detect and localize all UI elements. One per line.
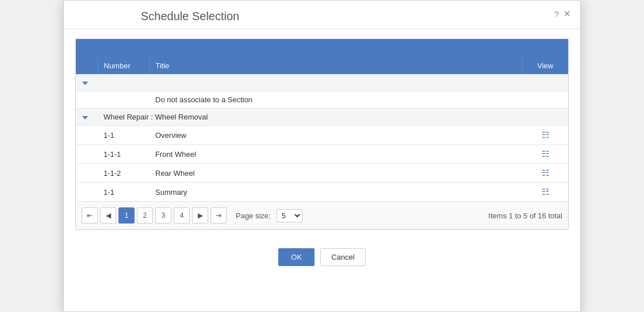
row-checkbox-cell	[76, 126, 98, 145]
group2-expand-arrow[interactable]	[76, 109, 98, 126]
group1-header-label	[98, 74, 568, 91]
first-page-button[interactable]: ⇤	[82, 207, 98, 224]
row-number: 1-1	[98, 183, 150, 202]
cancel-button[interactable]: Cancel	[320, 248, 365, 266]
group1-header-row	[76, 74, 568, 91]
row-number	[98, 91, 150, 109]
prev-page-button[interactable]: ◀	[100, 207, 116, 224]
page-size-label: Page size:	[236, 211, 271, 220]
col-header-view: View	[522, 57, 568, 74]
row-checkbox-cell	[76, 164, 98, 183]
table-row: 1-1-1 Front Wheel ☷	[76, 145, 568, 164]
next-page-button[interactable]: ▶	[192, 207, 208, 224]
header-icons: ? ✕	[554, 9, 571, 19]
row-checkbox-cell	[76, 145, 98, 164]
row-number: 1-1-2	[98, 164, 150, 183]
row-title[interactable]: Front Wheel	[150, 145, 522, 164]
data-table-wrapper: Number Title View	[75, 38, 569, 230]
data-table: Number Title View	[76, 57, 568, 201]
row-title[interactable]: Do not associate to a Section	[150, 91, 522, 109]
modal-title: Schedule Selection	[141, 10, 239, 23]
arrow-down-icon	[82, 116, 88, 120]
row-title[interactable]: Overview	[150, 126, 522, 145]
col-header-title: Title	[150, 57, 522, 74]
row-view	[522, 91, 568, 109]
group1-expand-arrow[interactable]	[76, 74, 98, 91]
arrow-down-icon	[82, 82, 88, 85]
row-checkbox-cell	[76, 183, 98, 202]
page-size-select[interactable]: 5 10 20 50	[277, 209, 302, 222]
group2-header-label: Wheel Repair : Wheel Removal	[98, 109, 568, 126]
row-view[interactable]: ☷	[522, 183, 568, 202]
col-header-checkbox	[76, 57, 98, 74]
row-number: 1-1-1	[98, 145, 150, 164]
table-row: 1-1-2 Rear Wheel ☷	[76, 164, 568, 183]
last-page-button[interactable]: ⇥	[210, 207, 227, 224]
page-1-button[interactable]: 1	[118, 207, 135, 224]
table-row: 1-1 Summary ☷	[76, 183, 568, 202]
row-view[interactable]: ☷	[522, 126, 568, 145]
document-icon: ☷	[542, 187, 549, 197]
row-view[interactable]: ☷	[522, 145, 568, 164]
modal-header: Schedule Selection ? ✕	[64, 1, 580, 29]
document-icon: ☷	[542, 168, 549, 178]
page-4-button[interactable]: 4	[174, 207, 190, 224]
pagination-bar: ⇤ ◀ 1 2 3 4 ▶ ⇥ Page size: 5 10 20 50 It…	[76, 201, 568, 229]
table-top-bar	[76, 39, 568, 57]
schedule-selection-modal: Schedule Selection ? ✕ Number Title View	[63, 0, 581, 312]
close-icon[interactable]: ✕	[564, 9, 571, 19]
items-info: Items 1 to 5 of 16 total	[488, 211, 562, 220]
document-icon: ☷	[542, 130, 549, 140]
table-row: 1-1 Overview ☷	[76, 126, 568, 145]
row-number: 1-1	[98, 126, 150, 145]
row-view[interactable]: ☷	[522, 164, 568, 183]
page-2-button[interactable]: 2	[137, 207, 153, 224]
ok-button[interactable]: OK	[278, 248, 315, 266]
modal-body: Number Title View	[64, 29, 580, 239]
document-icon: ☷	[542, 149, 549, 159]
modal-footer: OK Cancel	[64, 239, 580, 272]
col-header-number: Number	[98, 57, 150, 74]
page-3-button[interactable]: 3	[155, 207, 171, 224]
help-icon[interactable]: ?	[554, 9, 559, 19]
row-checkbox-cell	[76, 91, 98, 109]
table-row: Do not associate to a Section	[76, 91, 568, 109]
row-title[interactable]: Rear Wheel	[150, 164, 522, 183]
row-title[interactable]: Summary	[150, 183, 522, 202]
group2-header-row: Wheel Repair : Wheel Removal	[76, 109, 568, 126]
